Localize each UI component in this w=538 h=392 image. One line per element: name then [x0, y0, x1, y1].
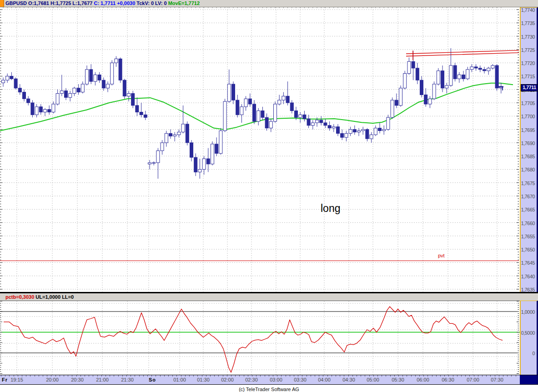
time-axis-label: 04:30	[342, 377, 355, 382]
long-annotation[interactable]: long	[321, 202, 340, 214]
candle	[194, 157, 197, 172]
candle	[445, 85, 448, 88]
candle	[345, 133, 348, 137]
time-axis-label: 05:30	[392, 377, 404, 382]
candle	[169, 133, 172, 136]
candle	[353, 130, 356, 132]
candle	[81, 84, 84, 92]
candle	[269, 121, 272, 128]
candle	[215, 144, 218, 154]
candle	[441, 71, 444, 88]
candle	[65, 91, 68, 98]
candle	[52, 104, 55, 112]
candle	[131, 94, 135, 106]
time-axis-label: 07:00	[467, 377, 479, 382]
candle	[148, 163, 151, 164]
candle	[244, 99, 247, 107]
time-axis[interactable]: Fr19:1520:0020:3021:0021:30So01:0001:300…	[0, 375, 520, 384]
time-axis-label: 06:30	[442, 377, 454, 382]
candle	[140, 112, 143, 115]
candle	[407, 61, 411, 73]
price-axis-label: 1,7705	[521, 101, 535, 106]
candle	[73, 88, 76, 94]
candle	[181, 124, 185, 132]
candle	[161, 143, 164, 151]
candle	[232, 84, 235, 100]
candle	[420, 80, 423, 95]
candle	[227, 84, 231, 101]
candle	[206, 159, 210, 164]
time-axis-label: 20:30	[71, 377, 84, 382]
indicator-header-bar[interactable]: pctb=0,3030 UL=1,0000 LL=0	[0, 293, 538, 301]
candle	[27, 99, 30, 103]
candle	[483, 70, 486, 71]
candle	[491, 65, 494, 68]
price-axis-label: 1,7690	[521, 141, 535, 146]
candle	[428, 99, 432, 104]
time-axis-label: 03:30	[294, 377, 307, 382]
candle	[127, 94, 131, 96]
footer: (c) TeleTrader Software AG	[0, 384, 538, 392]
indicator-axis[interactable]: 1,00000,50000	[520, 301, 538, 375]
candle	[337, 127, 340, 134]
candle	[248, 99, 251, 104]
candle	[111, 63, 114, 84]
indicator-canvas[interactable]	[0, 301, 520, 375]
price-axis-label: 1,7735	[521, 20, 535, 26]
price-axis-label: 1,7640	[521, 274, 535, 279]
candle	[320, 120, 323, 123]
candle	[35, 107, 38, 115]
candle	[362, 130, 365, 131]
candle	[449, 65, 453, 85]
candle	[412, 61, 415, 68]
candle	[382, 130, 386, 131]
candle	[119, 59, 122, 80]
price-axis-label: 1,7670	[521, 194, 535, 199]
candle	[18, 88, 21, 92]
candle	[106, 84, 110, 88]
chart-header-bar[interactable]: GBPUSD O:1,7681 H:1,7725 L:1,7677 C: 1,7…	[0, 0, 538, 7]
time-axis-label: 03:00	[270, 377, 282, 382]
price-axis-label: 1,7730	[521, 34, 535, 40]
candle	[223, 101, 226, 131]
candle	[240, 107, 243, 115]
candle	[211, 144, 214, 164]
candle	[395, 100, 398, 106]
candle	[236, 100, 239, 115]
candle	[85, 70, 89, 84]
candle	[10, 76, 13, 79]
time-axis-label: 19:15	[10, 377, 23, 382]
candle	[77, 88, 80, 92]
price-axis-label: 1,7720	[521, 60, 535, 66]
indicator-readout: pctb=0,3030 UL=1,0000 LL=0	[5, 294, 74, 300]
main-chart-canvas[interactable]: pvtlong	[0, 7, 520, 292]
candle	[98, 75, 101, 80]
candle	[399, 88, 402, 106]
time-axis-label: 20:00	[46, 377, 59, 382]
time-axis-label: 07:30	[491, 377, 503, 382]
candle	[324, 123, 327, 126]
candle	[6, 76, 9, 80]
price-axis[interactable]: 1,77401,77351,77301,77251,77201,77151,77…	[520, 7, 538, 292]
time-axis-label: 02:30	[245, 377, 258, 382]
candle	[332, 127, 335, 128]
candle	[366, 130, 369, 139]
candle	[374, 128, 377, 135]
candle	[115, 59, 118, 63]
candle	[311, 123, 314, 126]
candle	[278, 100, 281, 104]
readout-segment: UL=1,0000 LL=0	[34, 294, 74, 300]
current-price-tag: 1,7711	[521, 84, 538, 91]
candle	[286, 96, 289, 103]
price-axis-label: 1,7675	[521, 181, 535, 186]
price-axis-label: 1,7740	[521, 7, 535, 13]
readout-segment: C: 1,7711 +0,0030	[94, 0, 136, 6]
time-axis-label: 01:30	[197, 377, 210, 382]
candle	[328, 126, 331, 128]
copyright-text: (c) TeleTrader Software AG	[239, 387, 299, 392]
candle	[462, 75, 465, 79]
candle	[261, 111, 264, 118]
candle	[316, 120, 319, 123]
candle	[424, 95, 427, 104]
candle	[487, 68, 490, 71]
